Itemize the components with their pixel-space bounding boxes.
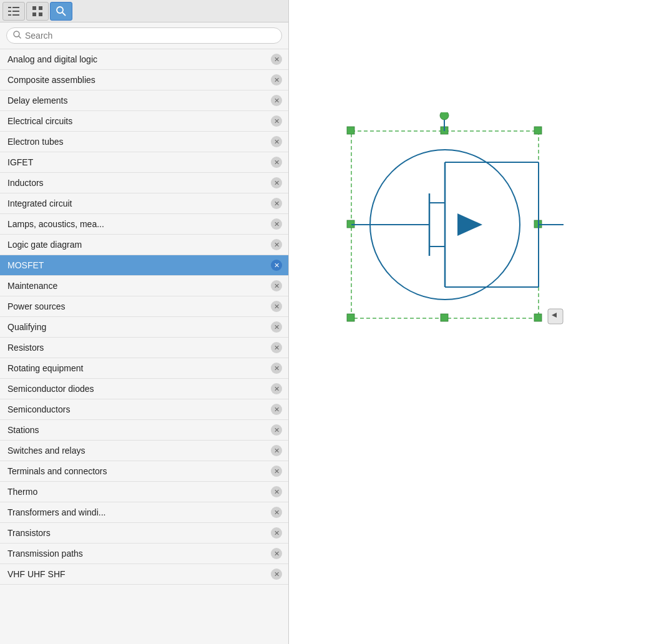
- list-item-label: Rotating equipment: [7, 363, 83, 373]
- list-item[interactable]: IGFET✕: [0, 152, 288, 173]
- list-item[interactable]: Transmission paths✕: [0, 544, 288, 564]
- list-item-label: Semiconductor diodes: [7, 384, 94, 394]
- close-category-button[interactable]: ✕: [271, 527, 282, 539]
- grid-view-button[interactable]: [26, 2, 49, 21]
- canvas-area[interactable]: [289, 0, 664, 644]
- close-category-button[interactable]: ✕: [271, 115, 282, 127]
- close-category-button[interactable]: ✕: [271, 363, 282, 374]
- close-category-button[interactable]: ✕: [271, 424, 282, 436]
- search-icon: [13, 31, 21, 41]
- list-item[interactable]: MOSFET✕: [0, 255, 288, 276]
- svg-rect-21: [441, 314, 448, 321]
- list-item[interactable]: Resistors✕: [0, 338, 288, 358]
- list-item[interactable]: Delay elements✕: [0, 90, 288, 111]
- list-item-label: Switches and relays: [7, 446, 85, 456]
- list-item[interactable]: Stations✕: [0, 420, 288, 441]
- list-item-label: Electrical circuits: [7, 116, 72, 126]
- close-category-button[interactable]: ✕: [271, 383, 282, 394]
- close-category-button[interactable]: ✕: [271, 239, 282, 250]
- close-category-button[interactable]: ✕: [271, 404, 282, 415]
- list-item-label: Power sources: [7, 301, 66, 311]
- diagram-container: [339, 112, 576, 351]
- list-item-label: Lamps, acoustics, mea...: [7, 219, 104, 229]
- svg-line-13: [19, 36, 21, 39]
- svg-line-11: [62, 12, 66, 16]
- svg-rect-4: [12, 11, 19, 12]
- toolbar: [0, 0, 288, 22]
- svg-marker-32: [457, 213, 482, 236]
- list-item-label: Maintenance: [7, 281, 57, 291]
- list-item[interactable]: Semiconductors✕: [0, 399, 288, 420]
- close-category-button[interactable]: ✕: [271, 95, 282, 106]
- list-item-label: Semiconductors: [7, 404, 70, 414]
- list-item[interactable]: Rotating equipment✕: [0, 358, 288, 379]
- close-category-button[interactable]: ✕: [271, 466, 282, 477]
- list-item-label: Thermo: [7, 487, 37, 497]
- list-item-label: Analog and digital logic: [7, 54, 97, 64]
- svg-point-23: [440, 112, 449, 120]
- svg-rect-3: [12, 7, 19, 8]
- list-item[interactable]: Terminals and connectors✕: [0, 461, 288, 482]
- close-category-button[interactable]: ✕: [271, 136, 282, 147]
- list-item[interactable]: VHF UHF SHF✕: [0, 564, 288, 585]
- svg-rect-15: [347, 127, 354, 134]
- list-item[interactable]: Integrated circuit✕: [0, 193, 288, 214]
- list-item-label: Delay elements: [7, 95, 68, 105]
- close-category-button[interactable]: ✕: [271, 74, 282, 85]
- list-item[interactable]: Transistors✕: [0, 523, 288, 544]
- close-category-button[interactable]: ✕: [271, 486, 282, 497]
- svg-point-12: [14, 31, 19, 37]
- search-toolbar-button[interactable]: [50, 2, 72, 21]
- category-list: Analog and digital logic✕Composite assem…: [0, 49, 288, 644]
- list-item-label: Inductors: [7, 178, 44, 188]
- close-category-button[interactable]: ✕: [271, 157, 282, 168]
- list-item[interactable]: Logic gate diagram✕: [0, 235, 288, 255]
- svg-rect-22: [534, 314, 542, 321]
- list-item[interactable]: Thermo✕: [0, 482, 288, 502]
- list-view-button[interactable]: [2, 2, 25, 21]
- list-item[interactable]: Electron tubes✕: [0, 132, 288, 152]
- svg-point-10: [57, 7, 63, 13]
- search-container: [0, 22, 288, 49]
- list-item-label: Transmission paths: [7, 549, 83, 559]
- close-category-button[interactable]: ✕: [271, 507, 282, 518]
- close-category-button[interactable]: ✕: [271, 445, 282, 456]
- list-item[interactable]: Qualifying✕: [0, 317, 288, 338]
- svg-rect-7: [39, 6, 42, 10]
- close-category-button[interactable]: ✕: [271, 568, 282, 580]
- close-category-button[interactable]: ✕: [271, 301, 282, 312]
- close-category-button[interactable]: ✕: [271, 54, 282, 65]
- close-category-button[interactable]: ✕: [271, 260, 282, 271]
- close-category-button[interactable]: ✕: [271, 198, 282, 209]
- list-item[interactable]: Power sources✕: [0, 296, 288, 317]
- close-category-button[interactable]: ✕: [271, 548, 282, 559]
- list-item[interactable]: Semiconductor diodes✕: [0, 379, 288, 399]
- list-item[interactable]: Transformers and windi...✕: [0, 502, 288, 523]
- list-item[interactable]: Maintenance✕: [0, 276, 288, 296]
- list-item-label: Integrated circuit: [7, 198, 72, 208]
- close-category-button[interactable]: ✕: [271, 218, 282, 230]
- close-category-button[interactable]: ✕: [271, 342, 282, 353]
- svg-rect-2: [8, 14, 11, 16]
- list-item-label: Terminals and connectors: [7, 466, 107, 476]
- close-category-button[interactable]: ✕: [271, 177, 282, 188]
- svg-rect-8: [32, 12, 36, 16]
- search-wrapper: [6, 27, 282, 44]
- sidebar: Analog and digital logic✕Composite assem…: [0, 0, 289, 644]
- list-item[interactable]: Inductors✕: [0, 173, 288, 193]
- list-item[interactable]: Switches and relays✕: [0, 441, 288, 461]
- list-item-label: MOSFET: [7, 260, 44, 270]
- list-item[interactable]: Composite assemblies✕: [0, 70, 288, 90]
- svg-rect-6: [32, 6, 36, 10]
- list-item-label: Stations: [7, 425, 39, 435]
- svg-rect-20: [347, 314, 354, 321]
- close-category-button[interactable]: ✕: [271, 321, 282, 333]
- close-category-button[interactable]: ✕: [271, 280, 282, 291]
- list-item[interactable]: Electrical circuits✕: [0, 111, 288, 132]
- svg-rect-5: [12, 14, 19, 16]
- list-item[interactable]: Analog and digital logic✕: [0, 49, 288, 70]
- search-input[interactable]: [25, 31, 275, 41]
- list-item-label: Electron tubes: [7, 137, 64, 147]
- list-item-label: Resistors: [7, 343, 44, 353]
- list-item[interactable]: Lamps, acoustics, mea...✕: [0, 214, 288, 235]
